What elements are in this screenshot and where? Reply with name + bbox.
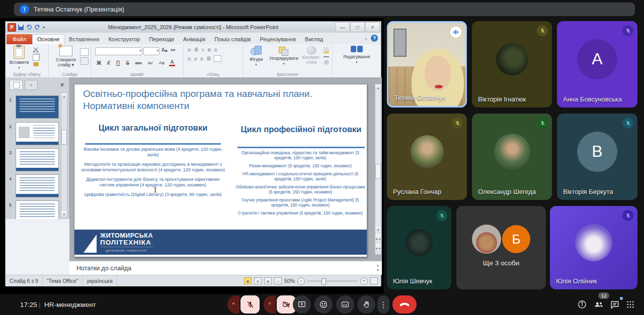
tab-animations[interactable]: Анімація: [179, 35, 210, 44]
shadow-button[interactable]: abc: [134, 61, 143, 65]
meeting-details-icon[interactable]: [576, 298, 589, 311]
raise-hand-button[interactable]: [357, 295, 375, 313]
slideshow-view-button[interactable]: ▱: [274, 277, 282, 284]
captions-button[interactable]: [336, 295, 354, 313]
more-options-button[interactable]: ⋮: [377, 295, 389, 313]
new-slide-button[interactable]: Створити слайд ▾: [53, 46, 79, 67]
change-case-button[interactable]: Aa: [157, 60, 166, 65]
scroll-down-icon[interactable]: ▼: [375, 227, 381, 233]
slide-thumbnail-2[interactable]: [16, 122, 59, 145]
character-spacing-button[interactable]: AV: [146, 61, 154, 65]
shape-outline-icon[interactable]: [324, 56, 329, 57]
slide-thumbnail-5[interactable]: [16, 200, 59, 219]
editing-button[interactable]: Редагування▾: [340, 46, 374, 65]
previous-slide-icon[interactable]: ▲▲: [375, 234, 381, 243]
mic-muted-button[interactable]: [240, 295, 260, 313]
video-tile-viktoriia-berkuta[interactable]: В Вікторія Беркута: [557, 114, 637, 200]
fit-to-window-button[interactable]: [370, 277, 378, 284]
justify-icon[interactable]: ≣: [206, 55, 211, 62]
slide-thumbnail-1[interactable]: [16, 95, 59, 119]
panel-scroll-up-icon[interactable]: ▲: [61, 93, 67, 99]
text-direction-icon[interactable]: [214, 55, 221, 62]
reset-icon[interactable]: [80, 57, 89, 65]
zoom-slider[interactable]: [307, 280, 358, 282]
indent-decrease-icon[interactable]: ≡: [202, 47, 204, 52]
shape-fill-icon[interactable]: [324, 47, 329, 53]
zoom-in-button[interactable]: +: [360, 277, 368, 285]
video-tile-ruslana-honchar[interactable]: Руслана Гончар: [387, 114, 467, 200]
video-tile-viktoriia-ihnatiuk[interactable]: Вікторія Ігнатюк: [472, 21, 552, 108]
align-left-icon[interactable]: ≡: [188, 56, 191, 62]
format-painter-icon[interactable]: [33, 62, 39, 66]
scroll-up-icon[interactable]: ▲: [375, 84, 381, 91]
language-indicator[interactable]: українська: [83, 275, 117, 286]
columns-icon[interactable]: ≡: [214, 47, 217, 53]
panel-scroll-down-icon[interactable]: ▼: [61, 211, 67, 218]
close-button[interactable]: ×: [365, 22, 380, 32]
slide-sorter-view-button[interactable]: ⊞: [254, 277, 262, 284]
tab-design[interactable]: Конструктор: [104, 35, 144, 44]
presentation-source-bar[interactable]: T Тетяна Остапчук (Презентація): [14, 3, 635, 16]
video-tile-yuliia-shevchuk[interactable]: Юлія Шевчук: [387, 206, 451, 289]
paste-button[interactable]: Вставити▾: [8, 46, 31, 70]
tab-view[interactable]: Вигляд: [300, 35, 328, 44]
reading-view-button[interactable]: ▤: [264, 277, 272, 284]
theme-name[interactable]: "Тема Office": [43, 275, 83, 286]
notes-scroll-arrows[interactable]: ▲ ▼: [375, 263, 381, 273]
mic-options-icon[interactable]: ^: [227, 295, 239, 313]
notes-pane[interactable]: Нотатки до слайда ▲ ▼: [69, 260, 382, 275]
font-color-button[interactable]: А: [169, 59, 176, 66]
strikethrough-button[interactable]: S: [124, 60, 131, 66]
collapse-ribbon-icon[interactable]: ▵: [365, 36, 367, 41]
chat-panel-icon[interactable]: [608, 298, 621, 311]
slide-thumbnail-3[interactable]: [16, 148, 59, 171]
numbering-icon[interactable]: ≣: [194, 46, 198, 53]
grow-font-icon[interactable]: A▴: [162, 47, 168, 53]
maximize-button[interactable]: □: [350, 22, 365, 32]
tab-file[interactable]: Файл: [7, 34, 32, 44]
outline-tab[interactable]: ≡: [25, 80, 38, 90]
minimize-button[interactable]: —: [335, 22, 350, 32]
next-slide-icon[interactable]: ▼▼: [375, 244, 381, 253]
shapes-button[interactable]: Фігури▾: [245, 46, 267, 67]
present-screen-button[interactable]: [293, 295, 311, 313]
video-tile-oleksandr-sheheda[interactable]: Олександр Шегеда: [472, 114, 552, 200]
slide-scrollbar[interactable]: ▲ ▼ ▲▲ ▼▼: [375, 84, 381, 255]
camera-options-icon[interactable]: ^: [264, 295, 276, 313]
notes-scroll-down-icon[interactable]: ▼: [375, 268, 381, 273]
layout-icon[interactable]: [80, 48, 89, 56]
ppt-title-bar[interactable]: P ▾ Менеджмент_2025_2026 [Режим суміснос…: [6, 22, 381, 33]
left-column-items[interactable]: Фахова іноземна та ділова українська мов…: [80, 147, 226, 201]
tab-slideshow[interactable]: Показ слайдів: [210, 35, 255, 44]
video-tile-yuliia-oliinyk[interactable]: Юлія Олійник: [550, 206, 637, 289]
italic-button[interactable]: К: [106, 60, 112, 66]
zoom-out-button[interactable]: −: [297, 277, 305, 285]
shape-effects-icon[interactable]: [324, 60, 329, 65]
font-size-select[interactable]: ▾: [143, 47, 159, 55]
panel-scroll-thumb[interactable]: [61, 130, 67, 145]
copy-icon[interactable]: [33, 54, 39, 61]
close-panel-icon[interactable]: ×: [60, 81, 64, 88]
normal-view-button[interactable]: ▣: [244, 277, 252, 284]
reactions-button[interactable]: [314, 295, 333, 313]
video-tile-tetiana-ostapchuk[interactable]: Тетяна Остапчук: [387, 21, 467, 108]
tab-transitions[interactable]: Переходи: [144, 35, 179, 44]
slide-thumbnail-4[interactable]: [16, 174, 59, 197]
right-column-items[interactable]: Організаційна поведінка, лідерство та та…: [233, 150, 367, 220]
align-center-icon[interactable]: ≡: [194, 56, 197, 62]
underline-button[interactable]: П: [115, 60, 121, 66]
zoom-slider-thumb[interactable]: [321, 278, 326, 285]
align-right-icon[interactable]: ≡: [200, 56, 203, 62]
line-spacing-icon[interactable]: ≣: [207, 47, 211, 52]
notes-scroll-up-icon[interactable]: ▲: [375, 263, 381, 268]
cut-icon[interactable]: [33, 47, 39, 53]
tab-insert[interactable]: Вставлення: [64, 35, 104, 44]
bold-button[interactable]: Ж: [95, 60, 103, 66]
tile-more-participants[interactable]: Б Ще 3 особи: [456, 206, 546, 289]
scroll-thumb[interactable]: [375, 164, 381, 179]
font-name-select[interactable]: ▾: [95, 47, 142, 55]
activities-grid-icon[interactable]: [624, 298, 637, 311]
panel-scrollbar[interactable]: ▲ ▼: [61, 92, 67, 218]
tab-review[interactable]: Рецензування: [255, 35, 300, 44]
participants-panel-icon[interactable]: [592, 298, 605, 311]
